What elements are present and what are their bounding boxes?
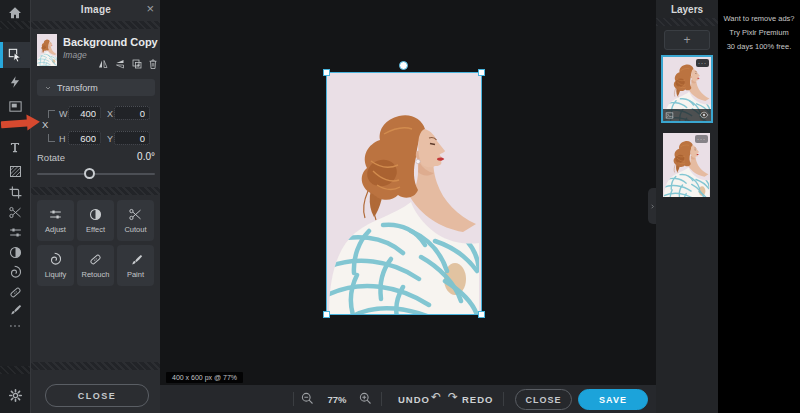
layer-type: Image [63,50,87,60]
undo-arrow-icon[interactable]: ↶ [431,390,441,404]
duplicate-icon[interactable] [131,58,143,70]
save-button[interactable]: SAVE [578,389,648,410]
zoom-out-icon[interactable] [300,391,315,406]
toolbar-divider [0,366,30,374]
image-properties-panel: Image × Background Copy Image Transform … [30,0,160,413]
ad-line-3: 30 days 100% free. [718,40,800,54]
constrain-bracket-bottom [48,134,55,142]
eye-visibility-icon[interactable] [699,110,709,120]
y-label: Y [107,134,113,144]
tool-frame[interactable] [0,95,30,117]
cutout-tool-card[interactable]: Cutout [117,200,154,241]
redo-button[interactable]: REDO [462,394,493,405]
adjust-tool-card[interactable]: Adjust [37,200,74,241]
effect-label: Effect [86,225,105,234]
layer-thumb-overlay [663,109,711,121]
paint-tool-card[interactable]: Paint [117,245,154,286]
layer-menu-dots-icon[interactable]: ··· [695,135,708,143]
layer-thumbnail-small [37,34,57,66]
divider [381,392,382,406]
adjust-label: Adjust [45,225,66,234]
transform-section-header[interactable]: Transform [37,79,155,96]
transform-section-label: Transform [57,83,98,93]
ad-line-1: Want to remove ads? [718,12,800,26]
tool-effect-contrast[interactable] [0,241,30,263]
panel-divider [31,21,161,29]
rotate-label: Rotate [37,152,65,163]
layers-title: Layers [656,4,718,15]
tool-cut-scissors[interactable] [0,201,30,223]
layer-item[interactable]: ··· [663,133,710,197]
divider [293,392,294,406]
toolbar-divider [0,21,30,29]
y-input[interactable] [114,131,150,145]
x-label: X [107,109,113,119]
settings-gear-icon[interactable] [0,384,30,406]
paint-label: Paint [127,270,144,279]
layer-name: Background Copy [63,36,158,48]
close-button[interactable]: CLOSE [515,389,572,410]
height-input[interactable] [68,131,101,145]
zoom-level[interactable]: 77% [320,394,354,405]
divider [503,392,504,406]
constrain-bracket-top [48,110,55,118]
more-tools-dots-icon[interactable] [0,315,30,337]
redo-arrow-icon[interactable]: ↷ [448,390,458,404]
flip-horizontal-icon[interactable] [97,58,109,70]
layer-item-selected[interactable]: ··· [661,55,713,123]
tool-crop[interactable] [0,181,30,203]
rotate-slider-track[interactable] [37,173,155,175]
rotate-slider-thumb[interactable] [84,168,95,179]
tool-adjust-sliders[interactable] [0,221,30,243]
selection-handle-bottom-left[interactable] [323,311,330,318]
constrain-proportions-toggle[interactable]: X [42,119,48,130]
undo-button[interactable]: UNDO [398,394,430,405]
canvas-image[interactable] [327,73,481,314]
chevron-down-icon [44,84,52,92]
panel-close-button[interactable]: CLOSE [45,384,149,407]
status-badge: 400 x 600 px @ 77% [166,372,243,383]
chevron-right-icon [649,203,656,210]
flip-vertical-icon[interactable] [114,58,126,70]
panel-title: Image [31,4,161,15]
height-label: H [59,134,66,144]
liquify-label: Liquify [45,270,67,279]
trash-icon[interactable] [147,58,159,70]
x-input[interactable] [114,106,150,120]
tool-magic-bolt[interactable] [0,71,30,93]
panel-divider [31,187,161,195]
tool-pattern-fill[interactable] [0,160,30,182]
bottom-bar: 77% UNDO ↶ ↷ REDO CLOSE SAVE [160,385,656,413]
image-icon[interactable] [665,111,674,120]
tool-arrange[interactable] [0,42,30,68]
retouch-tool-card[interactable]: Retouch [77,245,114,286]
layer-menu-dots-icon[interactable]: ··· [696,59,709,67]
width-input[interactable] [68,106,101,120]
selection-handle-bottom-right[interactable] [478,311,485,318]
left-toolbar [0,0,30,413]
panel-divider [31,362,161,370]
liquify-tool-card[interactable]: Liquify [37,245,74,286]
ad-panel: Want to remove ads? Try Pixlr Premium 30… [718,0,800,413]
add-layer-button[interactable]: + [664,30,710,50]
pixlr-editor-window: Image × Background Copy Image Transform … [0,0,800,413]
layers-divider [656,18,718,26]
width-label: W [59,109,68,119]
tool-liquify-spiral[interactable] [0,261,30,283]
panel-close-icon[interactable]: × [146,1,154,16]
rotate-handle[interactable] [399,61,408,70]
selection-handle-top-right[interactable] [478,69,485,76]
retouch-label: Retouch [82,270,110,279]
ad-line-2: Try Pixlr Premium [718,26,800,40]
selection-handle-top-left[interactable] [323,69,330,76]
layers-panel: Layers + ··· ··· [656,0,718,413]
rotate-value: 0.0° [115,151,155,162]
cutout-label: Cutout [124,225,146,234]
zoom-in-icon[interactable] [358,391,373,406]
tool-text[interactable] [0,136,30,158]
canvas-area[interactable]: 400 x 600 px @ 77% [160,0,656,385]
effect-tool-card[interactable]: Effect [77,200,114,241]
